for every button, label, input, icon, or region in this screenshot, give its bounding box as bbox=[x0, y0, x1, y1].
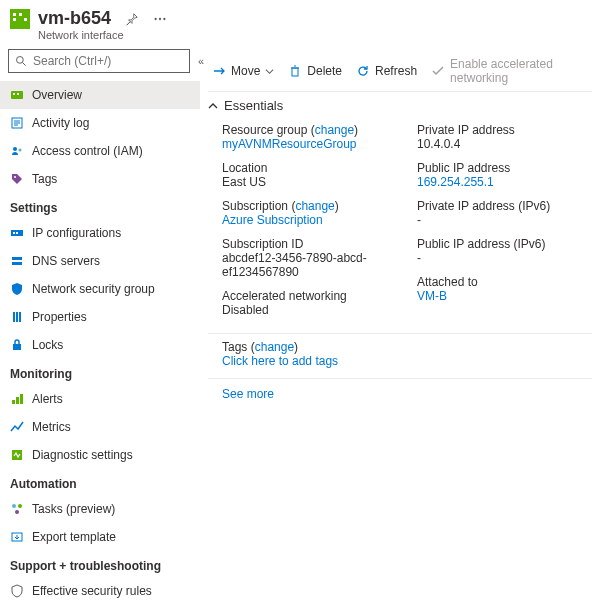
diagnostics-icon bbox=[10, 448, 24, 462]
nav-export-template[interactable]: Export template bbox=[0, 523, 200, 551]
svg-point-18 bbox=[19, 149, 22, 152]
svg-point-6 bbox=[159, 17, 161, 19]
rg-label: Resource group bbox=[222, 123, 307, 137]
nav-label: Effective security rules bbox=[32, 584, 152, 598]
svg-line-9 bbox=[23, 63, 26, 66]
svg-point-35 bbox=[15, 510, 19, 514]
sub-change-link[interactable]: change bbox=[295, 199, 334, 213]
nav-tags[interactable]: Tags bbox=[0, 165, 200, 193]
svg-rect-22 bbox=[16, 232, 18, 234]
cmd-delete[interactable]: Delete bbox=[288, 64, 342, 78]
nav-label: Metrics bbox=[32, 420, 71, 434]
svg-rect-26 bbox=[16, 312, 18, 322]
svg-rect-4 bbox=[24, 18, 27, 21]
svg-rect-38 bbox=[292, 68, 298, 76]
sub-label: Subscription bbox=[222, 199, 288, 213]
search-input[interactable] bbox=[33, 54, 183, 68]
metrics-icon bbox=[10, 420, 24, 434]
cmd-label: Enable accelerated networking bbox=[450, 57, 588, 85]
subid-label: Subscription ID bbox=[222, 237, 397, 251]
svg-rect-23 bbox=[12, 257, 22, 260]
nav-metrics[interactable]: Metrics bbox=[0, 413, 200, 441]
essentials-toggle[interactable]: Essentials bbox=[208, 92, 592, 119]
nav-label: IP configurations bbox=[32, 226, 121, 240]
nav-label: Access control (IAM) bbox=[32, 144, 143, 158]
private-ipv6-value: - bbox=[417, 213, 592, 227]
nav-network-security-group[interactable]: Network security group bbox=[0, 275, 200, 303]
tags-label: Tags bbox=[222, 340, 247, 354]
see-more-link[interactable]: See more bbox=[222, 387, 274, 401]
nav-locks[interactable]: Locks bbox=[0, 331, 200, 359]
cmd-move[interactable]: Move bbox=[212, 64, 274, 78]
nav-properties[interactable]: Properties bbox=[0, 303, 200, 331]
dns-icon bbox=[10, 254, 24, 268]
attached-to-value[interactable]: VM-B bbox=[417, 289, 592, 303]
check-icon bbox=[431, 64, 445, 78]
public-ipv6-value: - bbox=[417, 251, 592, 265]
alerts-icon bbox=[10, 392, 24, 406]
nav-activity-log[interactable]: Activity log bbox=[0, 109, 200, 137]
attached-to-label: Attached to bbox=[417, 275, 592, 289]
accel-net-value: Disabled bbox=[222, 303, 397, 317]
chevron-up-icon bbox=[208, 101, 218, 111]
svg-rect-1 bbox=[13, 13, 16, 16]
delete-icon bbox=[288, 64, 302, 78]
rg-value[interactable]: myAVNMResourceGroup bbox=[222, 137, 397, 151]
page-title: vm-b654 bbox=[38, 8, 111, 29]
eff-security-icon bbox=[10, 584, 24, 598]
nav-label: Tasks (preview) bbox=[32, 502, 115, 516]
nav-section-monitoring: Monitoring bbox=[0, 359, 200, 385]
iam-icon bbox=[10, 144, 24, 158]
svg-rect-25 bbox=[13, 312, 15, 322]
nav-tasks[interactable]: Tasks (preview) bbox=[0, 495, 200, 523]
more-icon[interactable] bbox=[153, 12, 167, 26]
rg-change-link[interactable]: change bbox=[315, 123, 354, 137]
chevron-down-icon bbox=[265, 67, 274, 76]
nsg-icon bbox=[10, 282, 24, 296]
svg-rect-3 bbox=[19, 13, 22, 16]
ip-config-icon bbox=[10, 226, 24, 240]
svg-point-8 bbox=[17, 57, 24, 64]
cmd-label: Move bbox=[231, 64, 260, 78]
pin-icon[interactable] bbox=[125, 12, 139, 26]
refresh-icon bbox=[356, 64, 370, 78]
nav-section-settings: Settings bbox=[0, 193, 200, 219]
tags-icon bbox=[10, 172, 24, 186]
svg-rect-21 bbox=[13, 232, 15, 234]
svg-rect-2 bbox=[13, 18, 16, 21]
location-value: East US bbox=[222, 175, 397, 189]
svg-rect-12 bbox=[17, 93, 19, 95]
locks-icon bbox=[10, 338, 24, 352]
activity-log-icon bbox=[10, 116, 24, 130]
nav-ip-configurations[interactable]: IP configurations bbox=[0, 219, 200, 247]
nav-label: Diagnostic settings bbox=[32, 448, 133, 462]
cmd-refresh[interactable]: Refresh bbox=[356, 64, 417, 78]
nav-dns-servers[interactable]: DNS servers bbox=[0, 247, 200, 275]
public-ip-value[interactable]: 169.254.255.1 bbox=[417, 175, 592, 189]
nav-effective-security-rules[interactable]: Effective security rules bbox=[0, 577, 200, 604]
nav-alerts[interactable]: Alerts bbox=[0, 385, 200, 413]
svg-rect-28 bbox=[13, 344, 21, 350]
menu-search[interactable] bbox=[8, 49, 190, 73]
svg-rect-31 bbox=[20, 394, 23, 404]
nav-label: Export template bbox=[32, 530, 116, 544]
svg-rect-30 bbox=[16, 397, 19, 404]
nav-label: Activity log bbox=[32, 116, 89, 130]
sub-value[interactable]: Azure Subscription bbox=[222, 213, 397, 227]
cmd-accelerated-networking[interactable]: Enable accelerated networking bbox=[431, 57, 588, 85]
add-tags-link[interactable]: Click here to add tags bbox=[222, 354, 338, 368]
nav-access-control[interactable]: Access control (IAM) bbox=[0, 137, 200, 165]
nav-diagnostic-settings[interactable]: Diagnostic settings bbox=[0, 441, 200, 469]
nav-label: Properties bbox=[32, 310, 87, 324]
essentials-label: Essentials bbox=[224, 98, 283, 113]
nav-label: Tags bbox=[32, 172, 57, 186]
tags-change-link[interactable]: change bbox=[255, 340, 294, 354]
nic-resource-icon bbox=[10, 9, 30, 29]
location-label: Location bbox=[222, 161, 397, 175]
private-ip-label: Private IP address bbox=[417, 123, 592, 137]
nav-section-support: Support + troubleshooting bbox=[0, 551, 200, 577]
search-icon bbox=[15, 55, 27, 67]
public-ipv6-label: Public IP address (IPv6) bbox=[417, 237, 592, 251]
nav-overview[interactable]: Overview bbox=[0, 81, 200, 109]
tasks-icon bbox=[10, 502, 24, 516]
